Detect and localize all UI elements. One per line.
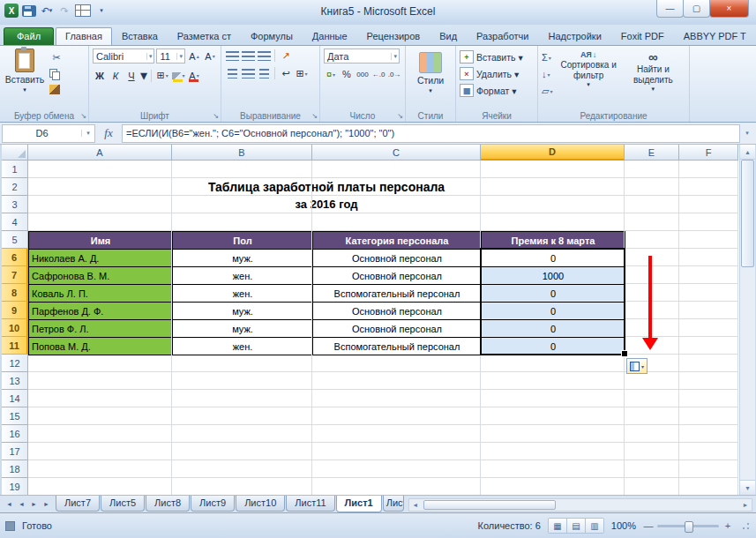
zoom-slider[interactable]: — +	[643, 520, 733, 531]
row-header-3[interactable]: 3	[2, 196, 28, 213]
name-box[interactable]: D6 ▾	[2, 124, 95, 143]
ribbon-tab-Разработчи[interactable]: Разработчи	[467, 27, 538, 45]
table-header-C5[interactable]: Категория персонала	[313, 232, 482, 250]
sheet-tab-Лист10[interactable]: Лист10	[236, 496, 285, 512]
ribbon-tab-Вставка[interactable]: Вставка	[112, 27, 168, 45]
row-header-8[interactable]: 8	[2, 284, 28, 302]
cell-A7[interactable]: Сафронова В. М.	[29, 267, 173, 285]
zoom-in-icon[interactable]: +	[722, 520, 733, 531]
column-header-F[interactable]: F	[679, 145, 738, 161]
cell-A11[interactable]: Попова М. Д.	[29, 338, 173, 355]
underline-button[interactable]: Ч	[124, 69, 138, 83]
row-header-7[interactable]: 7	[2, 266, 28, 284]
sheet-tab-Лист7[interactable]: Лист7	[56, 496, 100, 512]
table-header-A5[interactable]: Имя	[29, 232, 173, 250]
formula-bar-expand-icon[interactable]: ▾	[740, 130, 754, 137]
zoom-slider-thumb[interactable]	[685, 521, 693, 533]
fill-button[interactable]: ↓▾	[542, 67, 552, 81]
page-layout-view-icon[interactable]: ▤	[567, 519, 586, 533]
font-size-dropdown-icon[interactable]: ▾	[176, 53, 184, 60]
align-center-button[interactable]	[241, 66, 255, 80]
sheet-tab-Лист[interactable]: Лист	[383, 496, 404, 512]
align-top-button[interactable]	[225, 49, 239, 63]
cell-C11[interactable]: Вспомогательный персонал	[313, 338, 482, 355]
format-cells-button[interactable]: ▦ Формат ▾	[460, 82, 534, 99]
borders-button[interactable]: ⊞▾	[155, 69, 169, 83]
scroll-right-icon[interactable]: ►	[739, 502, 752, 508]
row-header-12[interactable]: 12	[2, 355, 28, 372]
font-family-combo[interactable]: Calibri ▾	[93, 49, 154, 64]
cell-D8[interactable]: 0	[482, 285, 625, 303]
vertical-scroll-thumb[interactable]	[741, 160, 754, 267]
first-sheet-icon[interactable]: ◄	[4, 498, 15, 510]
name-box-dropdown-icon[interactable]: ▾	[81, 130, 94, 137]
ribbon-tab-Foxit PDF[interactable]: Foxit PDF	[611, 27, 674, 45]
fill-color-button[interactable]: ▾	[171, 69, 185, 83]
clear-button[interactable]: ▱▾	[542, 84, 552, 98]
row-header-14[interactable]: 14	[2, 390, 28, 407]
sheet-tab-Лист8[interactable]: Лист8	[146, 496, 190, 512]
next-sheet-icon[interactable]: ►	[28, 498, 40, 510]
row-header-16[interactable]: 16	[2, 425, 28, 443]
orientation-button[interactable]: ↗	[279, 49, 293, 63]
ribbon-tab-Данные[interactable]: Данные	[303, 27, 357, 45]
select-all-corner[interactable]	[2, 145, 28, 161]
row-header-19[interactable]: 19	[2, 478, 28, 495]
table-header-D5[interactable]: Премия к 8 марта	[482, 232, 625, 250]
prev-sheet-icon[interactable]: ◄	[16, 498, 27, 510]
paste-dropdown-icon[interactable]: ▾	[23, 86, 26, 93]
row-header-5[interactable]: 5	[2, 231, 28, 249]
delete-cells-button[interactable]: × Удалить ▾	[460, 65, 534, 82]
font-size-combo[interactable]: 11 ▾	[156, 49, 185, 64]
normal-view-icon[interactable]: ▦	[549, 519, 567, 533]
sheet-tab-Лист9[interactable]: Лист9	[191, 496, 235, 512]
comma-style-button[interactable]: 000	[356, 67, 370, 81]
cut-icon[interactable]: ✂	[49, 51, 64, 64]
autofill-options-button[interactable]: ▾	[626, 358, 647, 374]
ribbon-tab-Главная[interactable]: Главная	[56, 27, 112, 45]
ribbon-tab-Рецензиров[interactable]: Рецензиров	[357, 27, 430, 45]
cell-B8[interactable]: жен.	[173, 285, 313, 303]
cell-D9[interactable]: 0	[482, 303, 625, 320]
copy-icon[interactable]	[49, 69, 60, 79]
currency-format-button[interactable]: ¤▾	[324, 67, 338, 81]
cell-B9[interactable]: муж.	[173, 303, 313, 320]
cell-C6[interactable]: Основной персонал	[313, 250, 482, 267]
cell-A6[interactable]: Николаев А. Д.	[29, 250, 173, 267]
underline-dropdown-icon[interactable]: ▾	[140, 67, 147, 84]
align-middle-button[interactable]	[241, 49, 255, 63]
scroll-down-icon[interactable]: ▼	[740, 480, 755, 495]
row-header-1[interactable]: 1	[2, 161, 28, 178]
number-format-combo[interactable]: Дата ▾	[324, 49, 400, 64]
column-header-D[interactable]: D	[481, 145, 625, 161]
row-header-18[interactable]: 18	[2, 460, 28, 478]
format-painter-icon[interactable]	[49, 85, 60, 94]
fill-handle[interactable]	[621, 350, 628, 357]
italic-button[interactable]: К	[109, 69, 123, 83]
sheet-tab-Лист11[interactable]: Лист11	[286, 496, 334, 512]
paste-button[interactable]: Вставить ▾	[4, 49, 46, 93]
ribbon-tab-ABBYY PDF T[interactable]: ABBYY PDF T	[674, 27, 756, 45]
scroll-up-icon[interactable]: ▲	[740, 145, 755, 160]
row-header-2[interactable]: 2	[2, 178, 28, 196]
cell-B7[interactable]: жен.	[173, 267, 313, 285]
cell-D11[interactable]: 0	[482, 338, 625, 355]
insert-cells-button[interactable]: + Вставить ▾	[460, 49, 534, 65]
cell-D6[interactable]: 0	[482, 250, 625, 267]
row-header-4[interactable]: 4	[2, 213, 28, 231]
ribbon-tab-Вид[interactable]: Вид	[430, 27, 467, 45]
row-header-17[interactable]: 17	[2, 443, 28, 460]
grow-font-button[interactable]: А▴	[187, 49, 201, 64]
column-header-C[interactable]: C	[312, 145, 481, 161]
styles-button[interactable]: Стили ▾	[409, 49, 452, 94]
table-header-B5[interactable]: Пол	[173, 232, 313, 250]
decrease-decimal-button[interactable]: .0→	[387, 67, 401, 81]
ribbon-tab-Формулы[interactable]: Формулы	[241, 27, 303, 45]
percent-style-button[interactable]: %	[340, 67, 354, 81]
zoom-out-icon[interactable]: —	[643, 520, 654, 531]
last-sheet-icon[interactable]: ►	[41, 498, 52, 510]
scroll-left-icon[interactable]: ◄	[409, 502, 422, 508]
align-right-button[interactable]	[257, 66, 271, 80]
number-format-dropdown-icon[interactable]: ▾	[391, 53, 399, 60]
number-dialog-launcher-icon[interactable]: ↘	[397, 113, 403, 120]
